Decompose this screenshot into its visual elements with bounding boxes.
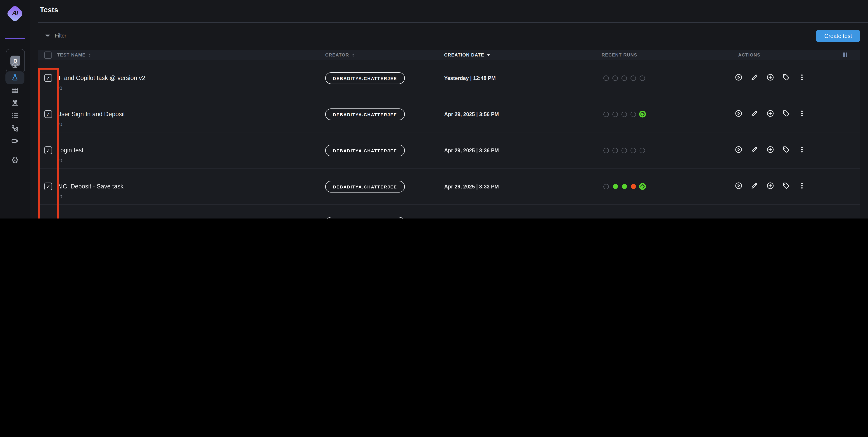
test-name[interactable]: Login test [57, 147, 84, 154]
play-action-button[interactable] [735, 73, 743, 83]
test-name[interactable]: AIC: Deposit - Save task [57, 183, 123, 190]
sidebar: AI D ⚙ DC [0, 0, 30, 218]
sidebar-item-workflow[interactable] [0, 122, 30, 135]
logo-underline [5, 38, 25, 39]
sidebar-item-grid[interactable] [0, 84, 30, 97]
run-dot-empty [613, 111, 618, 117]
app-logo[interactable]: AI [6, 5, 24, 22]
kebab-icon [798, 217, 806, 218]
run-status-empty[interactable] [601, 147, 611, 153]
run-dot-pass [613, 184, 618, 189]
run-status-empty[interactable] [629, 75, 638, 81]
create-test-button[interactable]: Create test [816, 30, 860, 42]
creator-badge: DEBADITYA.CHATTERJEE [325, 72, 405, 84]
title-divider [38, 22, 868, 23]
table-row[interactable]: ✓Login testv0DEBADITYA.CHATTERJEEApr 29,… [38, 132, 860, 169]
add-action-button[interactable] [766, 181, 774, 191]
filter-button[interactable]: Filter [44, 32, 66, 39]
run-status-empty[interactable] [601, 184, 611, 189]
run-dot-empty [603, 184, 609, 189]
table-row[interactable]: ✓IF and Copilot task @ version v2v0DEBAD… [38, 60, 860, 96]
logo-letters: AI [6, 9, 24, 16]
run-status-empty[interactable] [629, 111, 638, 117]
test-name[interactable]: User Sign In and Deposit [57, 111, 125, 117]
table-row[interactable]: ✓AI Task Savev0DEBADITYA.CHATTERJEEApr 2… [38, 205, 860, 218]
run-status-empty[interactable] [620, 111, 629, 117]
edit-action-button[interactable] [750, 217, 758, 218]
run-status-pass-latest[interactable] [638, 183, 647, 190]
run-status-pass-latest[interactable] [638, 111, 647, 117]
kebab-action-button[interactable] [798, 109, 806, 119]
run-status-empty[interactable] [638, 147, 647, 153]
select-all-checkbox[interactable] [44, 52, 52, 59]
tag-action-button[interactable] [782, 109, 790, 119]
column-header-recent-runs: RECENT RUNS [601, 50, 637, 60]
run-dot-empty [640, 147, 645, 153]
filter-icon [44, 32, 51, 39]
play-icon [735, 109, 743, 119]
table-row[interactable]: ✓User Sign In and Depositv0DEBADITYA.CHA… [38, 96, 860, 132]
run-status-empty[interactable] [620, 147, 629, 153]
run-ring-pass-latest [639, 111, 646, 117]
play-icon [735, 181, 743, 191]
play-action-button[interactable] [735, 145, 743, 155]
kebab-action-button[interactable] [798, 73, 806, 83]
edit-action-button[interactable] [750, 109, 758, 119]
kebab-action-button[interactable] [798, 145, 806, 155]
edit-icon [750, 109, 758, 119]
run-dot-empty [613, 75, 618, 81]
edit-action-button[interactable] [750, 145, 758, 155]
run-status-empty[interactable] [611, 75, 620, 81]
run-status-empty[interactable] [601, 111, 611, 117]
tag-action-button[interactable] [782, 145, 790, 155]
sidebar-item-checklist[interactable] [0, 109, 30, 122]
add-action-button[interactable] [766, 217, 774, 218]
column-header-actions: ACTIONS [738, 50, 761, 60]
sidebar-item-flask[interactable] [0, 71, 30, 84]
flask-icon [11, 74, 19, 82]
play-action-button[interactable] [735, 181, 743, 191]
column-header-test-name[interactable]: TEST NAME [57, 50, 92, 60]
column-header-creation-date[interactable]: CREATION DATE [444, 50, 491, 60]
creator-badge: DEBADITYA.CHATTERJEE [325, 217, 405, 218]
sidebar-item-video-camera[interactable] [0, 135, 30, 147]
columns-icon[interactable] [841, 52, 848, 58]
kebab-action-button[interactable] [798, 181, 806, 191]
edit-action-button[interactable] [750, 181, 758, 191]
kebab-action-button[interactable] [798, 217, 806, 218]
run-status-pass[interactable] [620, 184, 629, 189]
recent-runs [601, 60, 647, 96]
play-action-button[interactable] [735, 109, 743, 119]
table-row[interactable]: ✓AIC: Deposit - Save taskv0DEBADITYA.CHA… [38, 169, 860, 205]
tag-action-button[interactable] [782, 181, 790, 191]
edit-action-button[interactable] [750, 73, 758, 83]
sidebar-item-test-tubes[interactable] [0, 97, 30, 109]
run-status-fail[interactable] [629, 184, 638, 189]
run-status-pass[interactable] [611, 184, 620, 189]
add-action-button[interactable] [766, 109, 774, 119]
test-name[interactable]: IF and Copilot task @ version v2 [57, 74, 146, 81]
run-status-empty[interactable] [611, 111, 620, 117]
sidebar-item-home[interactable] [0, 59, 30, 71]
add-action-button[interactable] [766, 73, 774, 83]
row-actions [735, 96, 806, 132]
play-action-button[interactable] [735, 217, 743, 218]
run-status-empty[interactable] [638, 75, 647, 81]
add-action-button[interactable] [766, 145, 774, 155]
run-status-empty[interactable] [629, 147, 638, 153]
creation-date: Apr 29, 2025 | 3:56 PM [444, 112, 499, 117]
run-status-empty[interactable] [601, 75, 611, 81]
run-status-empty[interactable] [620, 75, 629, 81]
column-header-creator[interactable]: CREATOR [325, 50, 355, 60]
tag-action-button[interactable] [782, 217, 790, 218]
grid-icon [11, 86, 19, 95]
sidebar-item-settings[interactable]: ⚙ [0, 154, 30, 166]
row-actions [735, 205, 806, 218]
add-icon [766, 73, 774, 83]
kebab-icon [798, 181, 806, 191]
tag-action-button[interactable] [782, 73, 790, 83]
creation-date: Apr 29, 2025 | 3:36 PM [444, 148, 499, 153]
creator-badge: DEBADITYA.CHATTERJEE [325, 181, 405, 193]
edit-icon [750, 217, 758, 218]
run-status-empty[interactable] [611, 147, 620, 153]
